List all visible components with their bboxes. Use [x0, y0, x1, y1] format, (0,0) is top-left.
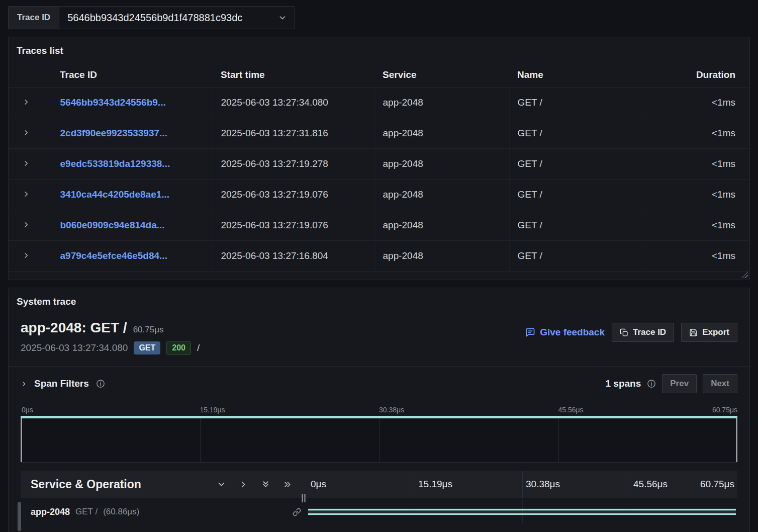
minimap-tick: 15.19μs: [200, 406, 225, 414]
minimap-tick-labels: 0μs 15.19μs 30.38μs 45.56μs 60.75μs: [21, 405, 737, 416]
trace-total-duration: 60.75μs: [133, 325, 164, 335]
column-resize-grip[interactable]: [300, 471, 307, 498]
table-row: 5646bb9343d24556b9... 2025-06-03 13:27:3…: [9, 87, 749, 118]
panel-resize-handle[interactable]: [741, 272, 748, 278]
next-label: Next: [711, 379, 729, 389]
minimap-left-handle[interactable]: [21, 418, 22, 462]
trace-id-copy-button[interactable]: Trace ID: [612, 323, 674, 342]
trace-service: app-2048: [374, 180, 509, 210]
trace-start-time: 2025-06-03 13:27:19.076: [213, 210, 374, 241]
trace-id-link[interactable]: 5646bb9343d24556b9...: [60, 97, 166, 108]
service-operation-label: Service & Operation: [31, 478, 141, 491]
row-expander-icon[interactable]: [23, 129, 30, 136]
timeline-tick: 30.38μs: [526, 479, 560, 490]
minimap-tick: 0μs: [22, 406, 33, 414]
span-duration: (60.86μs): [103, 507, 139, 517]
system-trace-title: System trace: [9, 288, 749, 314]
trace-id-link[interactable]: b060e0909c94e814da...: [60, 220, 165, 230]
table-row: a979c4e5efce46e5d84... 2025-06-03 13:27:…: [9, 241, 749, 272]
timeline-gridline: [630, 471, 630, 498]
status-badge: 200: [166, 341, 191, 355]
trace-duration: <1ms: [641, 149, 749, 180]
trace-name: GET /: [509, 180, 641, 210]
minimap-tick: 45.56μs: [558, 406, 584, 414]
trace-id-selector: Trace ID 5646bb9343d24556b9d1f478881c93d…: [8, 6, 295, 29]
prev-span-button[interactable]: Prev: [662, 374, 697, 393]
method-badge: GET: [134, 341, 160, 354]
trace-service: app-2048: [374, 87, 509, 118]
trace-id-link[interactable]: e9edc533819da129338...: [60, 158, 170, 169]
trace-id-link[interactable]: 3410ca44c4205de8ae1...: [60, 189, 170, 200]
column-header-start-time: Start time: [213, 63, 374, 87]
minimap-canvas[interactable]: [21, 416, 737, 463]
export-button[interactable]: Export: [681, 323, 737, 342]
link-icon[interactable]: [293, 508, 301, 516]
timeline-minimap: 0μs 15.19μs 30.38μs 45.56μs 60.75μs: [9, 401, 749, 463]
service-operation-column-header: Service & Operation: [21, 471, 300, 498]
span-count: 1 spans: [606, 378, 641, 389]
table-row: 3410ca44c4205de8ae1... 2025-06-03 13:27:…: [9, 180, 749, 210]
column-header-service: Service: [374, 63, 509, 87]
trace-viewer-page: Trace ID 5646bb9343d24556b9d1f478881c93d…: [0, 0, 758, 532]
trace-service: app-2048: [374, 241, 509, 272]
trace-id-link[interactable]: 2cd3f90ee9923533937...: [60, 128, 167, 138]
traces-list-panel: Traces list Trace ID Start time Service …: [8, 37, 750, 280]
export-icon: [689, 328, 698, 337]
next-span-button[interactable]: Next: [703, 374, 737, 393]
export-button-label: Export: [702, 327, 729, 337]
trace-id-selector-label: Trace ID: [8, 6, 59, 29]
row-expander-icon[interactable]: [23, 191, 30, 198]
span-service-name: app-2048: [31, 507, 70, 517]
trace-start-time: 2025-06-03 13:27:34.080: [213, 87, 374, 118]
traces-table: Trace ID Start time Service Name Duratio…: [9, 63, 749, 272]
column-header-duration: Duration: [641, 63, 749, 87]
row-expander-icon[interactable]: [23, 252, 30, 259]
chevron-right-icon: [21, 381, 27, 387]
give-feedback-link[interactable]: Give feedback: [525, 327, 605, 338]
trace-name: GET /: [509, 118, 641, 149]
trace-timestamp: 2025-06-03 13:27:34.080: [21, 342, 128, 353]
trace-service: app-2048: [374, 118, 509, 149]
span-filters-toggle[interactable]: Span Filters: [21, 378, 105, 389]
span-row-timeline: [307, 500, 737, 524]
row-expander-icon[interactable]: [23, 221, 30, 228]
span-bar[interactable]: [308, 509, 736, 515]
timeline-tick: 45.56μs: [633, 479, 668, 490]
row-expander-icon[interactable]: [23, 99, 30, 106]
minimap-gridline: [379, 418, 380, 462]
trace-start-time: 2025-06-03 13:27:19.076: [213, 180, 374, 210]
row-expander-icon[interactable]: [23, 160, 30, 167]
timeline-gridline: [415, 471, 415, 498]
trace-service: app-2048: [374, 149, 509, 180]
trace-path: /: [197, 342, 200, 353]
copy-icon: [620, 328, 628, 337]
trace-start-time: 2025-06-03 13:27:19.278: [213, 149, 374, 180]
trace-duration: <1ms: [641, 118, 749, 149]
double-chevron-down-icon[interactable]: [261, 480, 270, 489]
trace-id-dropdown[interactable]: 5646bb9343d24556b9d1f478881c93dc: [59, 6, 295, 29]
chevron-down-icon[interactable]: [217, 480, 226, 489]
span-filters-label: Span Filters: [34, 378, 89, 389]
table-row: b060e0909c94e814da... 2025-06-03 13:27:1…: [9, 210, 749, 241]
span-row[interactable]: app-2048 GET / (60.86μs): [21, 500, 737, 524]
timeline-gridline: [522, 471, 523, 498]
scrollbar-thumb[interactable]: [18, 502, 21, 531]
span-operation: GET /: [75, 507, 98, 517]
table-row: e9edc533819da129338... 2025-06-03 13:27:…: [9, 149, 749, 180]
trace-duration: <1ms: [641, 180, 749, 210]
chevron-right-icon[interactable]: [239, 480, 248, 489]
trace-id-link[interactable]: a979c4e5efce46e5d84...: [60, 250, 167, 261]
double-chevron-right-icon[interactable]: [283, 480, 292, 489]
trace-header: app-2048: GET / 60.75μs 2025-06-03 13:27…: [9, 314, 749, 355]
timeline-tick: 0μs: [311, 479, 326, 490]
timeline-tick: 60.75μs: [700, 479, 734, 490]
span-filters-info-icon[interactable]: [96, 379, 105, 388]
table-row: 2cd3f90ee9923533937... 2025-06-03 13:27:…: [9, 118, 749, 149]
span-count-info-icon[interactable]: [647, 379, 656, 388]
span-filters-bar: Span Filters 1 spans Prev Next: [9, 366, 749, 401]
trace-title: app-2048: GET /: [21, 320, 127, 336]
span-rows: app-2048 GET / (60.86μs): [21, 500, 737, 524]
timeline-tick: 15.19μs: [418, 479, 452, 490]
traces-table-header-row: Trace ID Start time Service Name Duratio…: [9, 63, 749, 87]
minimap-right-handle[interactable]: [736, 418, 737, 462]
